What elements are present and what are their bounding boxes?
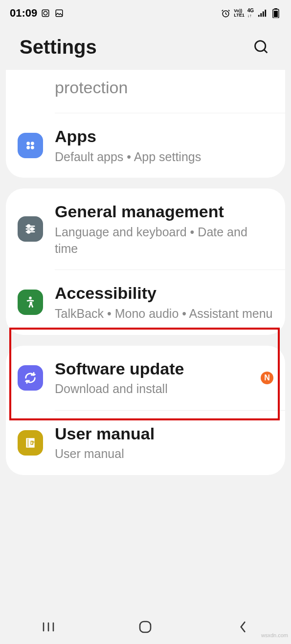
apps-icon xyxy=(18,133,43,158)
signal-icon xyxy=(257,8,268,19)
settings-row-apps[interactable]: Apps Default apps • App settings xyxy=(6,113,285,178)
svg-rect-6 xyxy=(263,11,264,17)
recents-button[interactable] xyxy=(29,617,68,637)
svg-point-11 xyxy=(255,41,266,51)
truncated-title: protection xyxy=(55,77,273,98)
svg-point-13 xyxy=(26,142,30,145)
notification-badge: N xyxy=(261,372,273,384)
row-title: Apps xyxy=(55,126,273,147)
settings-row-user-manual[interactable]: ? User manual User manual xyxy=(6,411,285,475)
svg-rect-2 xyxy=(56,10,63,17)
volte-indicator: Vo))LTE1 xyxy=(234,9,244,18)
svg-text:?: ? xyxy=(31,439,34,445)
status-right: Vo))LTE1 4G↓↑ xyxy=(220,8,281,19)
svg-point-22 xyxy=(27,231,30,233)
svg-point-20 xyxy=(31,228,33,230)
row-subtitle: Default apps • App settings xyxy=(55,149,273,166)
page-title: Settings xyxy=(20,36,97,58)
blank-icon-slot xyxy=(18,75,43,100)
settings-header: Settings xyxy=(0,24,291,70)
user-manual-icon: ? xyxy=(18,430,43,456)
alarm-icon xyxy=(220,8,231,19)
network-type: 4G↓↑ xyxy=(247,8,254,18)
svg-rect-4 xyxy=(258,15,260,17)
accessibility-icon xyxy=(18,290,43,315)
svg-rect-5 xyxy=(260,13,262,17)
settings-row-privacy[interactable]: protection xyxy=(6,70,285,113)
row-title: User manual xyxy=(55,423,273,444)
svg-point-23 xyxy=(29,297,32,300)
svg-rect-0 xyxy=(43,10,49,17)
svg-rect-28 xyxy=(140,622,151,632)
row-title: General management xyxy=(55,201,273,222)
svg-point-14 xyxy=(31,142,34,145)
general-management-icon xyxy=(18,216,43,242)
back-icon xyxy=(238,621,247,633)
svg-point-1 xyxy=(44,11,48,15)
settings-row-software-update[interactable]: Software update Download and install N xyxy=(6,346,285,410)
home-button[interactable] xyxy=(126,617,165,637)
row-subtitle: TalkBack • Mono audio • Assistant menu xyxy=(55,306,273,322)
back-button[interactable] xyxy=(223,617,262,637)
watermark: wsxdn.com xyxy=(261,632,288,638)
software-update-icon xyxy=(18,365,43,391)
navigation-bar xyxy=(0,610,291,644)
home-icon xyxy=(138,620,153,634)
settings-row-accessibility[interactable]: Accessibility TalkBack • Mono audio • As… xyxy=(6,270,285,334)
settings-row-general-management[interactable]: General management Language and keyboard… xyxy=(6,188,285,270)
svg-point-15 xyxy=(26,146,30,149)
clock-app-icon xyxy=(40,8,51,19)
gallery-icon xyxy=(54,8,65,19)
settings-card-general: General management Language and keyboard… xyxy=(6,188,285,334)
status-left: 01:09 xyxy=(10,7,65,20)
settings-card-software: Software update Download and install N ?… xyxy=(6,346,285,476)
svg-rect-7 xyxy=(265,10,266,17)
svg-point-16 xyxy=(31,146,34,149)
search-icon xyxy=(253,39,270,56)
battery-icon xyxy=(270,8,281,19)
row-title: Accessibility xyxy=(55,283,273,304)
row-subtitle: Language and keyboard • Date and time xyxy=(55,224,273,257)
settings-card-apps: protection Apps Default apps • App setti… xyxy=(6,70,285,178)
svg-rect-10 xyxy=(274,11,278,17)
clock-time: 01:09 xyxy=(10,7,37,20)
row-title: Software update xyxy=(55,358,249,379)
row-subtitle: Download and install xyxy=(55,381,249,397)
row-subtitle: User manual xyxy=(55,446,273,462)
recents-icon xyxy=(42,622,55,632)
svg-point-18 xyxy=(27,225,30,228)
search-button[interactable] xyxy=(252,38,271,57)
status-bar: 01:09 Vo))LTE1 4G↓↑ xyxy=(0,0,291,24)
svg-line-12 xyxy=(264,49,267,52)
